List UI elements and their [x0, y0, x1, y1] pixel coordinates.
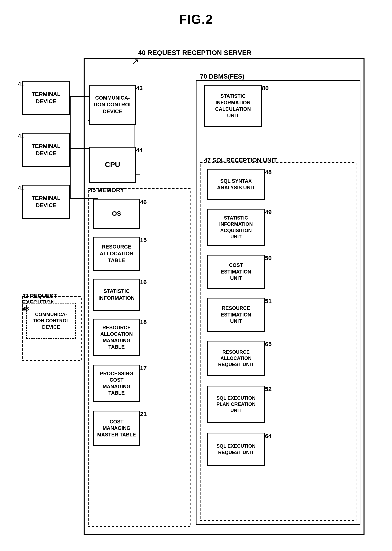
request-reception-server-label: 40 REQUEST RECEPTION SERVER [138, 49, 252, 56]
resource-estimation-unit: RESOURCEESTIMATIONUNIT [207, 298, 265, 332]
num-16: 16 [140, 279, 147, 286]
num-43b: 43 [23, 306, 29, 312]
page-title: FIG.2 [0, 0, 392, 35]
num-44: 44 [136, 147, 143, 153]
statistic-information-box: STATISTICINFORMATION [93, 279, 140, 311]
num-21: 21 [140, 411, 147, 418]
num-17: 17 [140, 365, 147, 371]
sql-exec-plan-creation-unit: SQL EXECUTIONPLAN CREATIONUNIT [207, 386, 265, 423]
terminal-device-1: TERMINALDEVICE [22, 81, 70, 115]
num-64: 64 [265, 433, 272, 439]
resource-allocation-table: RESOURCEALLOCATIONTABLE [93, 237, 140, 271]
comm-control-device-2: COMMUNICA-TION CONTROLDEVICE [26, 303, 76, 339]
num-15: 15 [140, 237, 147, 244]
num-41c: 41 [18, 185, 24, 192]
num-18: 18 [140, 319, 147, 326]
resource-allocation-managing-table: RESOURCEALLOCATIONMANAGINGTABLE [93, 319, 140, 356]
cost-estimation-unit: COSTESTIMATIONUNIT [207, 255, 265, 289]
num-41a: 41 [18, 81, 24, 88]
num-46: 46 [140, 199, 147, 206]
num-80: 80 [262, 85, 269, 91]
stat-info-calc-unit: STATISTICINFORMATIONCALCULATIONUNIT [204, 85, 262, 127]
comm-control-device: COMMUNICA-TION CONTROLDEVICE [89, 85, 136, 125]
num-49: 49 [265, 209, 272, 216]
num-51: 51 [265, 298, 272, 305]
num-48: 48 [265, 169, 272, 175]
sql-syntax-analysis-unit: SQL SYNTAXANALYSIS UNIT [207, 169, 265, 200]
num-65: 65 [265, 341, 272, 348]
os-box: OS [93, 199, 140, 229]
num-52: 52 [265, 386, 272, 392]
sql-reception-unit-label: 47 SQL RECEPTION UNIT [204, 157, 277, 164]
stat-info-acq-unit: STATISTICINFORMATIONACQUISITIONUNIT [207, 209, 265, 246]
terminal-device-3: TERMINALDEVICE [22, 185, 70, 219]
server-arrow: ↗ [132, 57, 139, 66]
num-50: 50 [265, 255, 272, 262]
num-43a: 43 [136, 85, 143, 91]
memory-label: 45 MEMORY [89, 187, 124, 194]
resource-alloc-request-unit: RESOURCEALLOCATIONREQUEST UNIT [207, 341, 265, 376]
cost-managing-master-table: COSTMANAGINGMASTER TABLE [93, 411, 140, 446]
terminal-device-2: TERMINALDEVICE [22, 133, 70, 167]
dbms-label: 70 DBMS(FES) [200, 73, 245, 80]
num-41b: 41 [18, 133, 24, 139]
cpu: CPU [89, 147, 136, 183]
processing-cost-managing-table: PROCESSINGCOSTMANAGINGTABLE [93, 365, 140, 402]
diagram: 40 REQUEST RECEPTION SERVER ↗ TERMINALDE… [16, 35, 376, 551]
sql-exec-request-unit: SQL EXECUTIONREQUEST UNIT [207, 433, 265, 466]
